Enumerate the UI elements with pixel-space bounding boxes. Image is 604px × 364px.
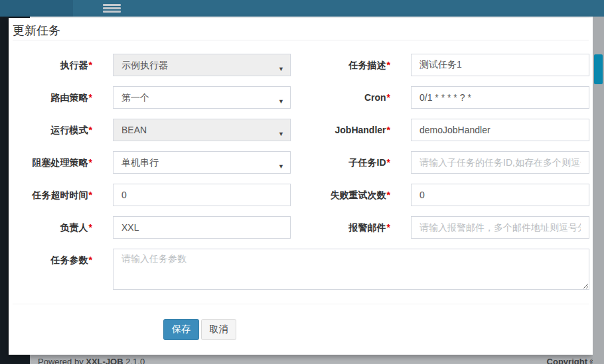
caret-down-icon: ▼ (278, 160, 284, 173)
brand-name: XXL-JOB (86, 357, 123, 364)
jobhandler-input[interactable] (411, 119, 589, 141)
glue-type-label: 运行模式* (13, 119, 92, 141)
required-mark: * (387, 92, 390, 103)
logo-area[interactable] (0, 0, 73, 17)
required-mark: * (89, 255, 92, 265)
alarm-email-input[interactable] (411, 216, 589, 239)
required-mark: * (89, 60, 92, 70)
cancel-button[interactable]: 取消 (201, 319, 236, 340)
alarm-email-label: 报警邮件* (287, 216, 390, 239)
title-divider (13, 40, 589, 40)
block-strategy-label: 阻塞处理策略* (13, 151, 92, 174)
powered-by-text: Powered by XXL-JOB 2.1.0 (38, 357, 145, 364)
required-mark: * (387, 60, 390, 70)
block-strategy-select[interactable]: 单机串行 ▼ (113, 151, 291, 174)
glue-type-select: BEAN ▼ (113, 119, 291, 141)
required-mark: * (387, 190, 390, 200)
author-input[interactable] (113, 216, 291, 239)
fail-retry-label: 失败重试次数* (287, 184, 390, 206)
cron-input[interactable] (411, 86, 589, 109)
required-mark: * (89, 190, 92, 200)
top-navbar (0, 0, 604, 17)
author-label: 负责人* (13, 216, 92, 239)
required-mark: * (387, 125, 390, 135)
fail-retry-input[interactable] (411, 184, 589, 206)
job-desc-input[interactable] (411, 54, 589, 76)
page-footer: Powered by XXL-JOB 2.1.0 Copyright © 2 (30, 353, 604, 364)
required-mark: * (387, 222, 390, 233)
required-mark: * (89, 92, 92, 103)
child-jobid-label: 子任务ID* (287, 151, 390, 174)
required-mark: * (89, 222, 92, 233)
job-desc-label: 任务描述* (287, 54, 390, 76)
job-param-textarea[interactable] (113, 249, 589, 290)
required-mark: * (387, 157, 390, 168)
jobhandler-label: JobHandler* (287, 119, 390, 141)
save-button[interactable]: 保存 (163, 319, 199, 340)
executor-select: 示例执行器 ▼ (113, 54, 291, 76)
caret-down-icon: ▼ (278, 127, 284, 141)
required-mark: * (89, 157, 92, 168)
hamburger-menu-icon[interactable] (103, 3, 121, 14)
timeout-input[interactable] (113, 184, 291, 206)
child-jobid-input[interactable] (411, 151, 589, 174)
scrollbar-thumb[interactable] (594, 54, 603, 84)
executor-label: 执行器* (13, 54, 92, 76)
caret-down-icon: ▼ (278, 62, 284, 76)
job-param-label: 任务参数* (13, 249, 92, 271)
scrollbar-track[interactable] (593, 17, 604, 364)
modal-title: 更新任务 (13, 23, 60, 38)
footer-divider (13, 304, 589, 304)
cron-label: Cron* (287, 86, 390, 109)
caret-down-icon: ▼ (278, 95, 284, 108)
timeout-label: 任务超时时间* (13, 184, 92, 206)
route-strategy-select[interactable]: 第一个 ▼ (113, 86, 291, 109)
required-mark: * (89, 125, 92, 135)
update-job-modal: 更新任务 执行器* 示例执行器 ▼ 任务描述* 路由策略* 第一个 ▼ Cron… (9, 18, 593, 355)
route-strategy-label: 路由策略* (13, 86, 92, 109)
